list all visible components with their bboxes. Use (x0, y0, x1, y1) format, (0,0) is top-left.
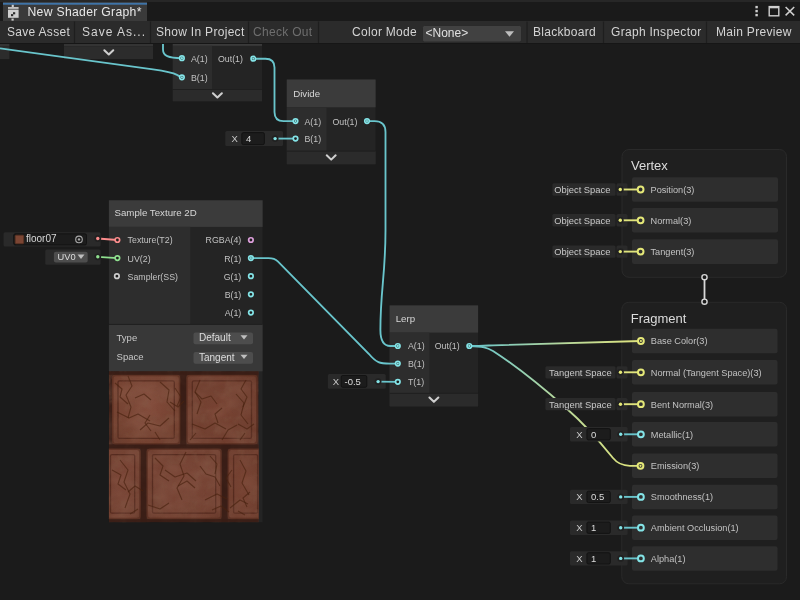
svg-text:RGBA(4): RGBA(4) (206, 235, 242, 245)
svg-text:Metallic(1): Metallic(1) (651, 430, 693, 440)
svg-text:B(1): B(1) (408, 359, 425, 369)
svg-text:Smoothness(1): Smoothness(1) (651, 492, 713, 502)
svg-text:G(1): G(1) (224, 272, 242, 282)
svg-text:X: X (232, 133, 239, 144)
svg-text:Alpha(1): Alpha(1) (651, 554, 686, 564)
svg-text:floor07: floor07 (26, 233, 57, 244)
svg-text:Divide: Divide (293, 88, 320, 99)
svg-text:-0.5: -0.5 (345, 376, 361, 387)
svg-text:Blackboard: Blackboard (533, 25, 596, 39)
svg-text:Color Mode: Color Mode (352, 25, 417, 39)
svg-text:Sampler(SS): Sampler(SS) (128, 272, 178, 282)
svg-text:X: X (333, 376, 340, 387)
svg-text:A(1): A(1) (225, 308, 242, 318)
svg-text:UV0: UV0 (58, 252, 76, 262)
svg-text:Ambient Occlusion(1): Ambient Occlusion(1) (651, 523, 739, 533)
svg-text:Object Space: Object Space (554, 215, 610, 226)
svg-text:Vertex: Vertex (631, 158, 668, 173)
svg-text:T(1): T(1) (408, 377, 424, 387)
svg-text:Save As...: Save As... (82, 25, 146, 39)
svg-text:X: X (576, 429, 583, 440)
svg-text:UV(2): UV(2) (128, 254, 151, 264)
svg-text:0.5: 0.5 (591, 491, 604, 502)
svg-text:0: 0 (591, 429, 596, 440)
svg-text:A(1): A(1) (305, 117, 322, 127)
svg-text:X: X (576, 553, 583, 564)
svg-text:Lerp: Lerp (396, 313, 415, 324)
svg-text:Object Space: Object Space (554, 184, 610, 195)
svg-text:Out(1): Out(1) (435, 341, 460, 351)
svg-text:Main Preview: Main Preview (716, 25, 792, 39)
svg-text:Tangent Space: Tangent Space (549, 367, 612, 378)
svg-text:1: 1 (591, 522, 596, 533)
svg-text:Fragment: Fragment (631, 311, 687, 326)
svg-text:Graph Inspector: Graph Inspector (611, 25, 702, 39)
svg-text:Show In Project: Show In Project (156, 25, 245, 39)
svg-text:Base Color(3): Base Color(3) (651, 336, 708, 346)
svg-text:B(1): B(1) (305, 134, 322, 144)
svg-text:B(1): B(1) (225, 290, 242, 300)
svg-text:X: X (576, 491, 583, 502)
svg-text:Sample Texture 2D: Sample Texture 2D (115, 207, 197, 218)
svg-text:1: 1 (591, 553, 596, 564)
svg-text:Out(1): Out(1) (332, 117, 357, 127)
svg-text:Object Space: Object Space (554, 246, 610, 257)
svg-text:Bent Normal(3): Bent Normal(3) (651, 400, 713, 410)
svg-text:Type: Type (117, 332, 138, 343)
svg-text:Save Asset: Save Asset (7, 25, 70, 39)
svg-text:B(1): B(1) (191, 73, 208, 83)
svg-text:Tangent Space: Tangent Space (549, 399, 612, 410)
svg-text:Normal (Tangent Space)(3): Normal (Tangent Space)(3) (651, 368, 762, 378)
svg-text:Tangent(3): Tangent(3) (651, 247, 695, 257)
svg-text:4: 4 (246, 133, 251, 144)
svg-text:Out(1): Out(1) (218, 54, 243, 64)
svg-text:Space: Space (117, 351, 144, 362)
svg-text:A(1): A(1) (408, 341, 425, 351)
svg-text:Default: Default (199, 332, 231, 343)
svg-text:Check Out: Check Out (253, 25, 313, 39)
svg-text:A(1): A(1) (191, 54, 208, 64)
svg-text:Normal(3): Normal(3) (651, 216, 692, 226)
svg-text:Tangent: Tangent (199, 352, 235, 363)
svg-text:<None>: <None> (426, 26, 469, 40)
svg-text:New Shader Graph*: New Shader Graph* (28, 5, 142, 19)
svg-text:Emission(3): Emission(3) (651, 461, 700, 471)
svg-text:R(1): R(1) (224, 254, 241, 264)
svg-text:Position(3): Position(3) (651, 185, 695, 195)
svg-text:Texture(T2): Texture(T2) (128, 235, 173, 245)
svg-text:X: X (576, 522, 583, 533)
